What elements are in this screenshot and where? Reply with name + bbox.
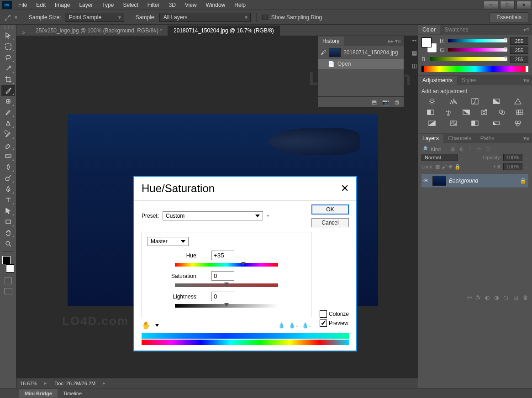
preset-menu-icon[interactable]: ≡ xyxy=(267,214,269,219)
lock-pos-icon[interactable]: ✥ xyxy=(448,164,453,170)
doc-info[interactable]: Doc: 26.2M/26.2M xyxy=(54,381,95,386)
tab-layers[interactable]: Layers xyxy=(418,134,443,143)
eraser-tool[interactable] xyxy=(1,140,15,151)
tab-channels[interactable]: Channels xyxy=(443,134,476,143)
hue-sat-icon[interactable] xyxy=(426,108,435,116)
workspace-switcher[interactable]: Essentials xyxy=(490,12,528,22)
lasso-tool[interactable] xyxy=(1,52,15,63)
opacity-value[interactable]: 100% xyxy=(503,154,522,161)
panel-menu-icon[interactable]: ▾≡ xyxy=(521,77,532,84)
panel-menu-icon[interactable]: ▾≡ xyxy=(521,135,532,141)
hue-saturation-dialog[interactable]: Hue/Saturation ✕ Preset: Custom ≡ OK Can… xyxy=(133,176,357,351)
history-brush-source-icon[interactable]: 🖌 xyxy=(321,49,326,56)
trash-icon[interactable]: 🗑 xyxy=(523,294,528,301)
dodge-tool[interactable] xyxy=(1,173,15,183)
b-value[interactable]: 255 xyxy=(510,56,528,63)
docinfo-arrow-icon[interactable]: ▸ xyxy=(103,380,105,386)
menu-view[interactable]: View xyxy=(180,0,201,10)
layer-name[interactable]: Background xyxy=(449,178,478,184)
menu-file[interactable]: File xyxy=(14,0,32,10)
filter-pixel-icon[interactable]: ▦ xyxy=(450,146,455,152)
hue-input[interactable] xyxy=(211,251,234,260)
pen-tool[interactable] xyxy=(1,183,15,194)
layer-fx-icon[interactable]: fx xyxy=(476,294,480,301)
tab-paths[interactable]: Paths xyxy=(476,134,499,143)
color-lookup-icon[interactable] xyxy=(515,108,524,116)
eyedropper-tool[interactable] xyxy=(1,85,15,96)
group-icon[interactable]: 🗀 xyxy=(503,294,509,301)
lightness-input[interactable] xyxy=(211,292,234,301)
tab-history[interactable]: History xyxy=(318,37,344,46)
menu-filter[interactable]: Filter xyxy=(143,0,164,10)
dialog-close-icon[interactable]: ✕ xyxy=(341,183,349,194)
current-tool-icon[interactable] xyxy=(4,14,11,21)
color-ramp[interactable] xyxy=(421,66,528,72)
curves-icon[interactable] xyxy=(470,97,479,105)
visibility-icon[interactable]: 👁 xyxy=(423,178,430,184)
minimize-button[interactable]: ─ xyxy=(484,1,498,9)
g-slider[interactable] xyxy=(448,48,507,52)
preset-select[interactable]: Custom xyxy=(163,211,263,220)
type-tool[interactable] xyxy=(1,194,15,205)
menu-layer[interactable]: Layer xyxy=(74,0,97,10)
new-layer-icon[interactable]: ▤ xyxy=(513,294,518,301)
clone-stamp-tool[interactable] xyxy=(1,118,15,129)
gradient-tool[interactable] xyxy=(1,151,15,162)
magic-wand-tool[interactable] xyxy=(1,63,15,74)
bw-icon[interactable] xyxy=(462,108,471,116)
threshold-icon[interactable] xyxy=(470,119,479,127)
screen-mode-toggle[interactable] xyxy=(4,288,12,294)
layer-row-background[interactable]: 👁 Background 🔒 xyxy=(421,174,528,188)
marquee-tool[interactable] xyxy=(1,41,15,52)
eyedropper-set-icon[interactable]: 💧 xyxy=(278,322,285,329)
photo-filter-icon[interactable] xyxy=(479,108,489,116)
ok-button[interactable]: OK xyxy=(311,204,349,215)
menu-help[interactable]: Help xyxy=(230,0,250,10)
scrubby-icon[interactable]: ✋ xyxy=(142,321,151,330)
quick-mask-toggle[interactable] xyxy=(5,277,12,284)
healing-brush-tool[interactable] xyxy=(1,96,15,107)
invert-icon[interactable] xyxy=(427,119,437,127)
close-window-button[interactable]: ✕ xyxy=(516,1,531,9)
document-tab-1[interactable]: 250x250_logo.jpg @ 100% (Background, RGB… xyxy=(30,26,168,36)
delete-state-icon[interactable]: 🗑 xyxy=(395,99,400,105)
dock-expand-icon[interactable]: ◂◂ xyxy=(410,36,419,45)
panel-collapse-icon[interactable]: ▸▸ ▾≡ xyxy=(385,38,404,44)
b-slider[interactable] xyxy=(430,57,507,62)
layer-filter-kind[interactable]: Kind xyxy=(431,147,441,152)
filter-type-icon[interactable]: T xyxy=(469,146,472,152)
brightness-icon[interactable] xyxy=(427,97,437,105)
history-snapshot-row[interactable]: 🖌 20180714_150204.jpg xyxy=(318,46,404,59)
cancel-button[interactable]: Cancel xyxy=(311,218,349,227)
lightness-slider[interactable] xyxy=(175,304,278,308)
path-select-tool[interactable] xyxy=(1,205,15,216)
layer-thumbnail[interactable] xyxy=(432,176,446,186)
layer-lock-icon[interactable]: 🔒 xyxy=(520,178,527,184)
document-tab-2[interactable]: 20180714_150204.jpg @ 16.7% (RGB/8) xyxy=(168,26,280,36)
history-brush-tool[interactable] xyxy=(1,129,15,140)
menu-image[interactable]: Image xyxy=(50,0,74,10)
new-snapshot-icon[interactable]: 📷 xyxy=(382,99,389,105)
r-slider[interactable] xyxy=(448,39,507,43)
layer-mask-icon[interactable]: ◐ xyxy=(485,294,490,301)
tab-styles[interactable]: Styles xyxy=(457,76,481,85)
color-swatch[interactable] xyxy=(421,37,437,53)
zoom-arrow-icon[interactable]: ▸ xyxy=(44,380,47,386)
zoom-tool[interactable] xyxy=(1,238,15,249)
move-tool[interactable] xyxy=(1,30,15,41)
channel-select[interactable]: Master xyxy=(147,237,189,246)
shape-tool[interactable] xyxy=(1,216,15,227)
r-value[interactable]: 255 xyxy=(510,37,528,45)
dock-icon-1[interactable]: ▤ xyxy=(410,48,419,58)
vibrance-icon[interactable] xyxy=(513,97,522,105)
colorize-checkbox[interactable] xyxy=(320,310,327,318)
panel-menu-icon[interactable]: ▾≡ xyxy=(521,26,532,33)
menu-select[interactable]: Select xyxy=(118,0,142,10)
posterize-icon[interactable] xyxy=(449,119,458,127)
channel-mixer-icon[interactable] xyxy=(497,108,506,116)
saturation-input[interactable] xyxy=(211,271,234,281)
exposure-icon[interactable] xyxy=(492,97,501,105)
tabs-grip-icon[interactable]: » xyxy=(22,29,30,36)
gradient-map-icon[interactable] xyxy=(492,119,501,127)
adjustment-layer-icon[interactable]: ◑ xyxy=(494,294,499,301)
